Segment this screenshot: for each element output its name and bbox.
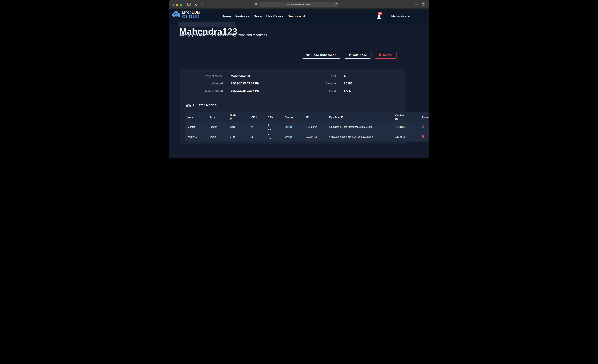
project-details-left: Project Name Mahendra123 Created 10/29/2… [183, 74, 260, 92]
notifications-button[interactable]: 11 [376, 13, 384, 22]
page-subtitle: Manage your Kubernetes cluster configura… [179, 33, 267, 37]
col-mycelium-ip: Mycelium IP [326, 112, 392, 122]
cluster-nodes-table: Name Type Node ID CPU RAM Storage IP Myc… [185, 112, 429, 141]
cell-mycelium-ip: 5d8:78ea:a120:f40c:ff0f:a5fe:99e6:8b96 [326, 122, 392, 132]
user-name: Mahendra [391, 15, 406, 18]
storage-label: Storage [308, 82, 336, 85]
brand-logo[interactable]: MYC LIUM CLOUD [172, 11, 200, 19]
last-updated-label: Last Updated [183, 89, 223, 92]
ram-label: RAM [308, 89, 336, 92]
cpu-label: CPU [308, 74, 336, 78]
nav-link-docs[interactable]: Docs [254, 14, 262, 18]
cell-node-id: 7915 [227, 122, 249, 132]
url-text: https://myceliumcloud.tf [287, 3, 311, 6]
bell-icon [377, 15, 381, 20]
cell-contract-id: 1613132 [392, 132, 419, 142]
nav-link-home[interactable]: Home [222, 14, 231, 18]
col-ip: IP [304, 112, 326, 122]
project-details-right: CPU 4 Storage 60 GB RAM 8 GB [308, 74, 353, 92]
cell-cpu: 2 [249, 122, 265, 132]
address-bar[interactable]: https://myceliumcloud.tf [259, 2, 339, 7]
back-button[interactable] [194, 0, 198, 8]
cell-ram: 4 GB [265, 132, 282, 142]
cell-node-id: 1715 [227, 132, 249, 142]
nav-link-features[interactable]: Features [235, 14, 249, 18]
created-label: Created [183, 82, 223, 85]
delete-cluster-button[interactable]: Delete [374, 52, 397, 58]
cell-ip: 10.20.3.2 [304, 132, 326, 142]
brand-myc: MYC [182, 11, 190, 14]
brand-wordmark: MYC LIUM CLOUD [182, 11, 200, 19]
browser-window: Mahendra123 Manage your Kubernetes clust… [169, 0, 429, 158]
col-ram: RAM [265, 112, 282, 122]
notification-badge: 11 [378, 12, 382, 16]
window-controls [173, 4, 182, 6]
browser-toolbar: https://myceliumcloud.tf [169, 0, 429, 9]
cell-actions [419, 122, 429, 132]
project-name-value: Mahendra123 [231, 74, 260, 78]
last-updated-value: 10/29/2025 03:07 PM [231, 89, 260, 92]
project-name-label: Project Name [183, 74, 223, 78]
cell-cpu: 2 [249, 132, 265, 142]
stylized-e-icon [190, 11, 191, 14]
eye-icon [306, 53, 310, 57]
cluster-nodes-title: Cluster Nodes [193, 103, 216, 107]
privacy-blur-overlay [178, 22, 235, 26]
delete-label: Delete [383, 53, 392, 57]
cluster-actions: Show Kubeconfig Add Node Delete [302, 52, 397, 58]
created-value: 10/29/2025 03:07 PM [231, 82, 260, 85]
table-row: Master1 leader 7915 2 4 GB 30 GB 10.20.2… [185, 122, 429, 132]
show-kubeconfig-label: Show Kubeconfig [312, 53, 336, 57]
col-contract-id: Contract ID [392, 112, 419, 122]
cell-storage: 30 GB [282, 122, 304, 132]
ram-value: 8 GB [344, 89, 353, 92]
cpu-value: 4 [344, 74, 353, 78]
cluster-nodes-heading: Cluster Nodes [186, 103, 216, 107]
table-header-row: Name Type Node ID CPU RAM Storage IP Myc… [185, 112, 429, 122]
col-actions: Actions [419, 112, 429, 122]
cell-type: leader [207, 122, 227, 132]
storage-value: 60 GB [344, 82, 353, 85]
delete-node-button[interactable] [422, 125, 424, 128]
brand-lium: LIUM [192, 11, 200, 14]
col-type: Type [207, 112, 227, 122]
tab-overview-button[interactable] [421, 0, 426, 8]
add-node-label: Add Node [353, 53, 367, 57]
nav-link-use-cases[interactable]: Use Cases [266, 14, 283, 18]
pencil-icon [348, 53, 351, 57]
cell-type: worker [207, 132, 227, 142]
show-kubeconfig-button[interactable]: Show Kubeconfig [302, 52, 341, 58]
sitemap-icon [186, 103, 191, 107]
forward-button[interactable] [200, 0, 204, 8]
cell-name: Master1 [185, 122, 207, 132]
cluster-details-panel: Project Name Mahendra123 Created 10/29/2… [180, 69, 406, 144]
col-cpu: CPU [249, 112, 265, 122]
cell-storage: 30 GB [282, 132, 304, 142]
cell-actions [419, 132, 429, 142]
privacy-shield-icon [254, 0, 258, 8]
brand-cloud: CLOUD [182, 14, 200, 19]
cell-ip: 10.20.2.2 [304, 122, 326, 132]
zoom-window-button[interactable] [180, 4, 182, 6]
col-node-id: Node ID [227, 112, 249, 122]
share-button[interactable] [407, 0, 411, 8]
add-node-button[interactable]: Add Node [344, 52, 372, 58]
sidebar-toggle-button[interactable] [187, 0, 191, 8]
mycelium-cloud-logo-icon [172, 11, 181, 19]
reload-icon[interactable] [334, 3, 337, 7]
nav-link-dashboard[interactable]: Dashboard [288, 14, 305, 18]
trash-icon [422, 136, 424, 138]
delete-node-button[interactable] [422, 135, 424, 138]
minimize-window-button[interactable] [176, 4, 178, 6]
cell-contract-id: 1613131 [392, 122, 419, 132]
cell-ram: 4 GB [265, 122, 282, 132]
table-row: Worker1 worker 1715 2 4 GB 30 GB 10.20.3… [185, 132, 429, 142]
trash-icon [379, 53, 381, 57]
col-name: Name [185, 112, 207, 122]
close-window-button[interactable] [173, 4, 174, 6]
col-storage: Storage [282, 112, 304, 122]
new-tab-button[interactable] [415, 0, 419, 8]
cell-name: Worker1 [185, 132, 207, 142]
chevron-down-icon [408, 15, 410, 18]
user-menu[interactable]: Mahendra [391, 8, 410, 24]
